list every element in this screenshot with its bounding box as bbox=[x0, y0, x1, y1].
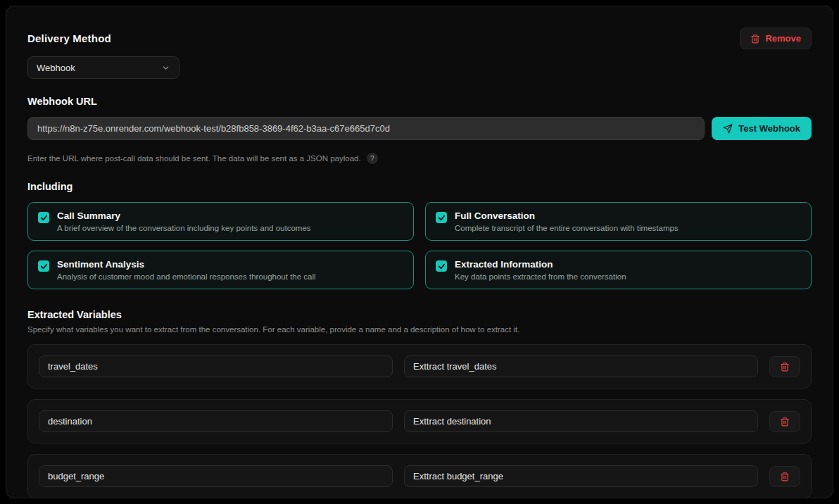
option-title: Full Conversation bbox=[455, 210, 679, 221]
delivery-method-selected-value: Webhook bbox=[37, 63, 75, 73]
webhook-url-label: Webhook URL bbox=[27, 96, 812, 107]
variable-description-input[interactable] bbox=[404, 410, 758, 432]
checkbox-checked-icon[interactable] bbox=[38, 212, 49, 223]
delete-variable-button[interactable] bbox=[769, 356, 800, 377]
extracted-variables-label: Extracted Variables bbox=[27, 309, 812, 320]
delete-variable-button[interactable] bbox=[769, 466, 800, 487]
variable-name-input[interactable] bbox=[39, 410, 393, 432]
send-icon bbox=[723, 124, 733, 134]
option-title: Extracted Information bbox=[455, 259, 626, 270]
checkbox-checked-icon[interactable] bbox=[436, 212, 447, 223]
trash-icon bbox=[780, 417, 790, 427]
checkbox-checked-icon[interactable] bbox=[38, 260, 49, 272]
test-webhook-button-label: Test Webhook bbox=[738, 123, 800, 134]
variable-row bbox=[27, 399, 812, 443]
variable-name-input[interactable] bbox=[39, 465, 393, 487]
option-description: Key data points extracted from the conve… bbox=[455, 272, 626, 281]
option-title: Sentiment Analysis bbox=[57, 259, 316, 270]
webhook-settings-panel: Delivery Method Remove Webhook Webhook U… bbox=[6, 6, 833, 498]
variable-row bbox=[27, 454, 812, 498]
delete-variable-button[interactable] bbox=[769, 411, 800, 432]
including-label: Including bbox=[27, 181, 812, 192]
trash-icon bbox=[750, 34, 760, 44]
delivery-method-select[interactable]: Webhook bbox=[27, 56, 179, 79]
remove-button-label: Remove bbox=[765, 33, 801, 44]
option-sentiment-analysis[interactable]: Sentiment Analysis Analysis of customer … bbox=[27, 251, 414, 289]
option-description: Complete transcript of the entire conver… bbox=[455, 224, 679, 232]
test-webhook-button[interactable]: Test Webhook bbox=[712, 117, 812, 140]
variable-name-input[interactable] bbox=[39, 355, 393, 377]
option-title: Call Summary bbox=[57, 210, 311, 221]
chevron-down-icon bbox=[161, 63, 170, 73]
checkbox-checked-icon[interactable] bbox=[436, 260, 447, 272]
help-icon[interactable]: ? bbox=[367, 153, 378, 164]
option-description: A brief overview of the conversation inc… bbox=[57, 224, 311, 232]
extracted-variables-description: Specify what variables you want to extra… bbox=[27, 325, 812, 334]
webhook-url-helper-text: Enter the URL where post-call data shoul… bbox=[27, 154, 361, 163]
option-description: Analysis of customer mood and emotional … bbox=[57, 272, 316, 281]
variable-row bbox=[27, 344, 812, 389]
variable-description-input[interactable] bbox=[404, 465, 758, 487]
option-full-conversation[interactable]: Full Conversation Complete transcript of… bbox=[425, 202, 812, 241]
trash-icon bbox=[780, 362, 790, 372]
delivery-method-label: Delivery Method bbox=[27, 32, 111, 44]
remove-button[interactable]: Remove bbox=[740, 27, 812, 49]
webhook-url-input[interactable] bbox=[27, 117, 705, 140]
including-options: Call Summary A brief overview of the con… bbox=[27, 202, 812, 289]
variable-description-input[interactable] bbox=[404, 355, 758, 377]
option-extracted-information[interactable]: Extracted Information Key data points ex… bbox=[425, 251, 812, 289]
trash-icon bbox=[780, 472, 790, 481]
option-call-summary[interactable]: Call Summary A brief overview of the con… bbox=[27, 202, 414, 241]
